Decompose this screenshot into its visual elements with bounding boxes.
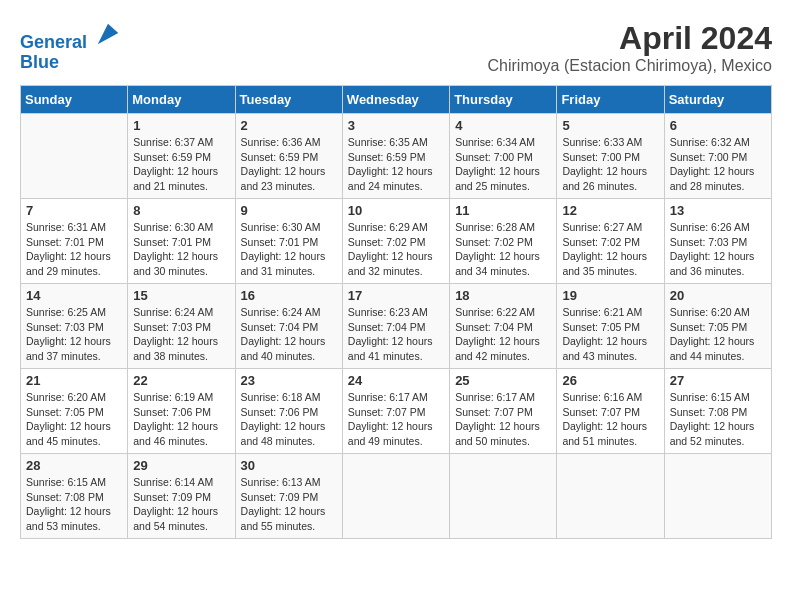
calendar-cell: 29Sunrise: 6:14 AMSunset: 7:09 PMDayligh…	[128, 454, 235, 539]
calendar-cell: 20Sunrise: 6:20 AMSunset: 7:05 PMDayligh…	[664, 284, 771, 369]
day-header-tuesday: Tuesday	[235, 86, 342, 114]
day-number: 10	[348, 203, 444, 218]
day-number: 29	[133, 458, 229, 473]
day-number: 3	[348, 118, 444, 133]
days-header-row: SundayMondayTuesdayWednesdayThursdayFrid…	[21, 86, 772, 114]
calendar-cell: 2Sunrise: 6:36 AMSunset: 6:59 PMDaylight…	[235, 114, 342, 199]
calendar-cell: 21Sunrise: 6:20 AMSunset: 7:05 PMDayligh…	[21, 369, 128, 454]
week-row-0: 1Sunrise: 6:37 AMSunset: 6:59 PMDaylight…	[21, 114, 772, 199]
logo-icon	[94, 20, 122, 48]
day-number: 18	[455, 288, 551, 303]
day-number: 1	[133, 118, 229, 133]
day-number: 15	[133, 288, 229, 303]
day-number: 13	[670, 203, 766, 218]
calendar-cell: 3Sunrise: 6:35 AMSunset: 6:59 PMDaylight…	[342, 114, 449, 199]
calendar-table: SundayMondayTuesdayWednesdayThursdayFrid…	[20, 85, 772, 539]
svg-marker-0	[98, 24, 119, 45]
calendar-cell: 25Sunrise: 6:17 AMSunset: 7:07 PMDayligh…	[450, 369, 557, 454]
day-number: 9	[241, 203, 337, 218]
day-number: 26	[562, 373, 658, 388]
cell-info: Sunrise: 6:24 AMSunset: 7:03 PMDaylight:…	[133, 305, 229, 364]
calendar-cell	[664, 454, 771, 539]
week-row-2: 14Sunrise: 6:25 AMSunset: 7:03 PMDayligh…	[21, 284, 772, 369]
cell-info: Sunrise: 6:30 AMSunset: 7:01 PMDaylight:…	[241, 220, 337, 279]
cell-info: Sunrise: 6:33 AMSunset: 7:00 PMDaylight:…	[562, 135, 658, 194]
day-header-thursday: Thursday	[450, 86, 557, 114]
calendar-cell: 18Sunrise: 6:22 AMSunset: 7:04 PMDayligh…	[450, 284, 557, 369]
day-header-sunday: Sunday	[21, 86, 128, 114]
calendar-cell: 16Sunrise: 6:24 AMSunset: 7:04 PMDayligh…	[235, 284, 342, 369]
day-number: 14	[26, 288, 122, 303]
day-number: 2	[241, 118, 337, 133]
cell-info: Sunrise: 6:29 AMSunset: 7:02 PMDaylight:…	[348, 220, 444, 279]
cell-info: Sunrise: 6:20 AMSunset: 7:05 PMDaylight:…	[26, 390, 122, 449]
calendar-cell: 15Sunrise: 6:24 AMSunset: 7:03 PMDayligh…	[128, 284, 235, 369]
day-number: 12	[562, 203, 658, 218]
calendar-cell: 8Sunrise: 6:30 AMSunset: 7:01 PMDaylight…	[128, 199, 235, 284]
calendar-cell: 7Sunrise: 6:31 AMSunset: 7:01 PMDaylight…	[21, 199, 128, 284]
day-number: 27	[670, 373, 766, 388]
month-title: April 2024	[487, 20, 772, 57]
day-number: 28	[26, 458, 122, 473]
calendar-cell: 10Sunrise: 6:29 AMSunset: 7:02 PMDayligh…	[342, 199, 449, 284]
cell-info: Sunrise: 6:36 AMSunset: 6:59 PMDaylight:…	[241, 135, 337, 194]
calendar-cell: 28Sunrise: 6:15 AMSunset: 7:08 PMDayligh…	[21, 454, 128, 539]
cell-info: Sunrise: 6:13 AMSunset: 7:09 PMDaylight:…	[241, 475, 337, 534]
day-number: 20	[670, 288, 766, 303]
calendar-cell	[557, 454, 664, 539]
cell-info: Sunrise: 6:34 AMSunset: 7:00 PMDaylight:…	[455, 135, 551, 194]
calendar-cell: 9Sunrise: 6:30 AMSunset: 7:01 PMDaylight…	[235, 199, 342, 284]
logo-general: General	[20, 32, 87, 52]
cell-info: Sunrise: 6:19 AMSunset: 7:06 PMDaylight:…	[133, 390, 229, 449]
cell-info: Sunrise: 6:15 AMSunset: 7:08 PMDaylight:…	[670, 390, 766, 449]
logo-text: General	[20, 20, 122, 53]
cell-info: Sunrise: 6:31 AMSunset: 7:01 PMDaylight:…	[26, 220, 122, 279]
calendar-cell: 22Sunrise: 6:19 AMSunset: 7:06 PMDayligh…	[128, 369, 235, 454]
day-header-saturday: Saturday	[664, 86, 771, 114]
week-row-4: 28Sunrise: 6:15 AMSunset: 7:08 PMDayligh…	[21, 454, 772, 539]
day-header-friday: Friday	[557, 86, 664, 114]
calendar-cell: 14Sunrise: 6:25 AMSunset: 7:03 PMDayligh…	[21, 284, 128, 369]
day-number: 5	[562, 118, 658, 133]
logo-blue: Blue	[20, 53, 122, 73]
logo: General Blue	[20, 20, 122, 73]
day-number: 24	[348, 373, 444, 388]
cell-info: Sunrise: 6:22 AMSunset: 7:04 PMDaylight:…	[455, 305, 551, 364]
day-number: 21	[26, 373, 122, 388]
day-number: 23	[241, 373, 337, 388]
calendar-cell: 5Sunrise: 6:33 AMSunset: 7:00 PMDaylight…	[557, 114, 664, 199]
calendar-cell	[342, 454, 449, 539]
cell-info: Sunrise: 6:16 AMSunset: 7:07 PMDaylight:…	[562, 390, 658, 449]
cell-info: Sunrise: 6:20 AMSunset: 7:05 PMDaylight:…	[670, 305, 766, 364]
calendar-cell: 19Sunrise: 6:21 AMSunset: 7:05 PMDayligh…	[557, 284, 664, 369]
cell-info: Sunrise: 6:18 AMSunset: 7:06 PMDaylight:…	[241, 390, 337, 449]
calendar-cell: 1Sunrise: 6:37 AMSunset: 6:59 PMDaylight…	[128, 114, 235, 199]
calendar-cell: 27Sunrise: 6:15 AMSunset: 7:08 PMDayligh…	[664, 369, 771, 454]
day-number: 30	[241, 458, 337, 473]
cell-info: Sunrise: 6:27 AMSunset: 7:02 PMDaylight:…	[562, 220, 658, 279]
cell-info: Sunrise: 6:15 AMSunset: 7:08 PMDaylight:…	[26, 475, 122, 534]
cell-info: Sunrise: 6:24 AMSunset: 7:04 PMDaylight:…	[241, 305, 337, 364]
calendar-cell: 6Sunrise: 6:32 AMSunset: 7:00 PMDaylight…	[664, 114, 771, 199]
day-number: 4	[455, 118, 551, 133]
calendar-cell: 24Sunrise: 6:17 AMSunset: 7:07 PMDayligh…	[342, 369, 449, 454]
cell-info: Sunrise: 6:17 AMSunset: 7:07 PMDaylight:…	[455, 390, 551, 449]
header: General Blue April 2024 Chirimoya (Estac…	[20, 20, 772, 75]
cell-info: Sunrise: 6:37 AMSunset: 6:59 PMDaylight:…	[133, 135, 229, 194]
day-header-wednesday: Wednesday	[342, 86, 449, 114]
week-row-3: 21Sunrise: 6:20 AMSunset: 7:05 PMDayligh…	[21, 369, 772, 454]
calendar-cell: 17Sunrise: 6:23 AMSunset: 7:04 PMDayligh…	[342, 284, 449, 369]
cell-info: Sunrise: 6:25 AMSunset: 7:03 PMDaylight:…	[26, 305, 122, 364]
cell-info: Sunrise: 6:30 AMSunset: 7:01 PMDaylight:…	[133, 220, 229, 279]
location-title: Chirimoya (Estacion Chirimoya), Mexico	[487, 57, 772, 75]
calendar-cell: 11Sunrise: 6:28 AMSunset: 7:02 PMDayligh…	[450, 199, 557, 284]
day-number: 17	[348, 288, 444, 303]
cell-info: Sunrise: 6:21 AMSunset: 7:05 PMDaylight:…	[562, 305, 658, 364]
calendar-cell: 30Sunrise: 6:13 AMSunset: 7:09 PMDayligh…	[235, 454, 342, 539]
cell-info: Sunrise: 6:26 AMSunset: 7:03 PMDaylight:…	[670, 220, 766, 279]
day-number: 19	[562, 288, 658, 303]
calendar-cell	[450, 454, 557, 539]
week-row-1: 7Sunrise: 6:31 AMSunset: 7:01 PMDaylight…	[21, 199, 772, 284]
day-number: 25	[455, 373, 551, 388]
cell-info: Sunrise: 6:17 AMSunset: 7:07 PMDaylight:…	[348, 390, 444, 449]
